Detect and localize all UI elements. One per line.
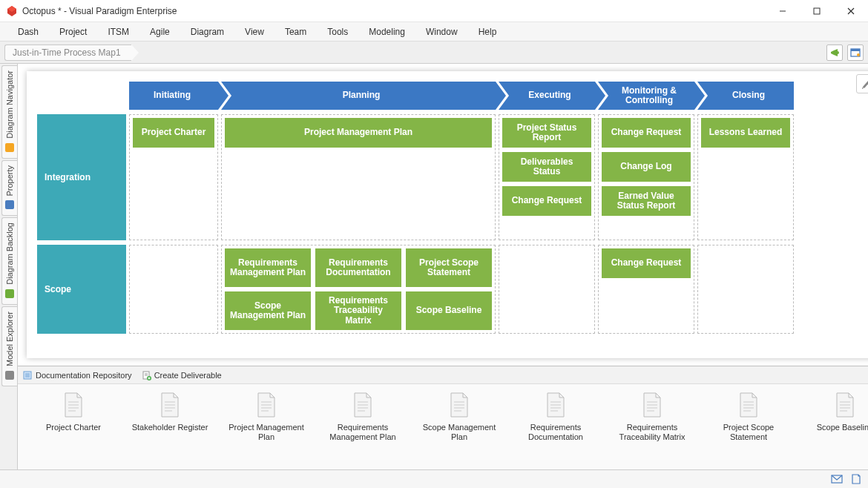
menu-view[interactable]: View [234, 24, 274, 40]
phase-planning[interactable]: Planning [221, 82, 496, 110]
deliverable-toolbar: Documentation Repository Create Delivera… [18, 366, 868, 384]
menu-agile[interactable]: Agile [139, 24, 180, 40]
svg-rect-11 [5, 200, 14, 209]
side-tab-diagram-backlog[interactable]: Diagram Backlog [1, 217, 17, 305]
menu-team[interactable]: Team [274, 24, 317, 40]
svg-rect-8 [851, 49, 860, 51]
deliverable-item[interactable]: Project Management Plan [226, 392, 307, 462]
document-icon [255, 392, 277, 418]
deliverable-item[interactable]: Project Charter [33, 392, 114, 462]
deliverable-block[interactable]: Lessons Learned [701, 118, 790, 148]
document-icon [834, 392, 856, 418]
deliverable-block[interactable]: Requirements Traceability Matrix [315, 291, 401, 330]
note-icon[interactable] [850, 473, 862, 485]
mail-icon[interactable] [831, 473, 843, 485]
deliverable-label: Requirements Documentation [515, 423, 596, 442]
deliverable-block[interactable]: Scope Baseline [406, 291, 492, 330]
side-tab-icon [4, 369, 16, 381]
deliverable-panel: Documentation Repository Create Delivera… [18, 366, 868, 469]
menubar: DashProjectITSMAgileDiagramViewTeamTools… [0, 22, 868, 42]
document-icon [737, 392, 760, 418]
deliverable-label: Scope Baseline [817, 423, 868, 432]
lane [697, 245, 794, 334]
deliverable-label: Requirements Management Plan [322, 423, 404, 442]
window-maximize[interactable] [800, 0, 834, 22]
create-deliverable-button[interactable]: Create Deliverable [141, 370, 222, 380]
menu-modeling[interactable]: Modeling [358, 24, 415, 40]
side-tab-property[interactable]: Property [1, 160, 17, 217]
lock-formatting-button[interactable] [856, 74, 868, 93]
side-tab-icon [4, 288, 16, 300]
canvas-wrap: InitiatingPlanningExecutingMonitoring & … [18, 64, 868, 469]
announce-button[interactable] [826, 44, 843, 61]
document-icon [159, 392, 181, 418]
deliverable-block[interactable]: Change Log [602, 152, 691, 182]
menu-window[interactable]: Window [415, 24, 468, 40]
documentation-repository-button[interactable]: Documentation Repository [22, 370, 132, 380]
switch-diagram-button[interactable] [847, 44, 864, 61]
window-minimize[interactable] [766, 0, 800, 22]
deliverable-block[interactable]: Project Scope Statement [406, 248, 492, 287]
chevron-right-icon [131, 44, 139, 61]
process-map-grid: InitiatingPlanningExecutingMonitoring & … [37, 82, 868, 334]
deliverable-label: Project Charter [46, 423, 101, 432]
deliverable-grid: Project CharterStakeholder RegisterProje… [18, 384, 868, 469]
deliverable-block[interactable]: Project Charter [133, 118, 214, 148]
window-close[interactable] [834, 0, 868, 22]
deliverable-block[interactable]: Requirements Management Plan [225, 248, 311, 287]
deliverable-label: Scope Management Plan [418, 423, 500, 442]
deliverable-block[interactable]: Change Request [602, 248, 691, 278]
deliverable-item[interactable]: Stakeholder Register [129, 392, 211, 462]
menu-help[interactable]: Help [468, 24, 507, 40]
deliverable-label: Requirements Traceability Matrix [611, 423, 693, 442]
deliverable-item[interactable]: Requirements Management Plan [322, 392, 404, 462]
diagram-canvas[interactable]: InitiatingPlanningExecutingMonitoring & … [27, 71, 868, 358]
lane: Requirements Management PlanRequirements… [221, 245, 496, 334]
document-icon [641, 392, 663, 418]
lane [499, 245, 595, 334]
deliverable-block[interactable]: Scope Management Plan [225, 291, 311, 330]
knowledge-area-integration[interactable]: Integration [37, 114, 126, 240]
phase-closing[interactable]: Closing [697, 82, 794, 110]
menu-dash[interactable]: Dash [7, 24, 49, 40]
deliverable-block[interactable]: Project Status Report [502, 118, 591, 148]
deliverable-block[interactable]: Earned Value Status Report [602, 186, 691, 216]
breadcrumb-bar: Just-in-Time Process Map1 [0, 42, 868, 64]
app-icon [6, 5, 18, 17]
deliverable-block[interactable]: Change Request [602, 118, 691, 148]
menu-project[interactable]: Project [49, 24, 97, 40]
svg-point-9 [857, 53, 860, 56]
phase-executing[interactable]: Executing [499, 82, 595, 110]
lane: Change RequestChange LogEarned Value Sta… [598, 114, 694, 240]
side-tab-label: Model Explorer [5, 311, 14, 366]
documentation-repository-label: Documentation Repository [36, 371, 132, 380]
deliverable-item[interactable]: Requirements Traceability Matrix [611, 392, 693, 462]
deliverable-item[interactable]: Scope Baseline [804, 392, 868, 462]
titlebar: Octopus * - Visual Paradigm Enterprise [0, 0, 868, 22]
phase-initiating[interactable]: Initiating [129, 82, 218, 110]
knowledge-area-scope[interactable]: Scope [37, 245, 126, 334]
deliverable-label: Project Management Plan [226, 423, 307, 442]
deliverable-block[interactable]: Deliverables Status [502, 152, 591, 182]
svg-rect-10 [5, 143, 14, 152]
deliverable-block[interactable]: Requirements Documentation [315, 248, 401, 287]
deliverable-label: Project Scope Statement [708, 423, 789, 442]
phase-monitoring-controlling[interactable]: Monitoring & Controlling [598, 82, 694, 110]
side-tab-model-explorer[interactable]: Model Explorer [1, 306, 17, 386]
side-tab-diagram-navigator[interactable]: Diagram Navigator [1, 65, 17, 159]
deliverable-block[interactable]: Change Request [502, 186, 591, 216]
menu-diagram[interactable]: Diagram [180, 24, 234, 40]
deliverable-item[interactable]: Requirements Documentation [515, 392, 596, 462]
svg-point-6 [836, 51, 839, 54]
deliverable-block[interactable]: Project Management Plan [225, 118, 492, 148]
lane: Project Management Plan [221, 114, 496, 240]
statusbar [0, 469, 868, 488]
menu-itsm[interactable]: ITSM [97, 24, 139, 40]
side-tab-icon [4, 199, 16, 211]
deliverable-item[interactable]: Project Scope Statement [708, 392, 789, 462]
breadcrumb-current[interactable]: Just-in-Time Process Map1 [4, 44, 139, 61]
document-icon [448, 392, 470, 418]
svg-rect-3 [814, 8, 820, 14]
deliverable-item[interactable]: Scope Management Plan [418, 392, 500, 462]
menu-tools[interactable]: Tools [317, 24, 358, 40]
